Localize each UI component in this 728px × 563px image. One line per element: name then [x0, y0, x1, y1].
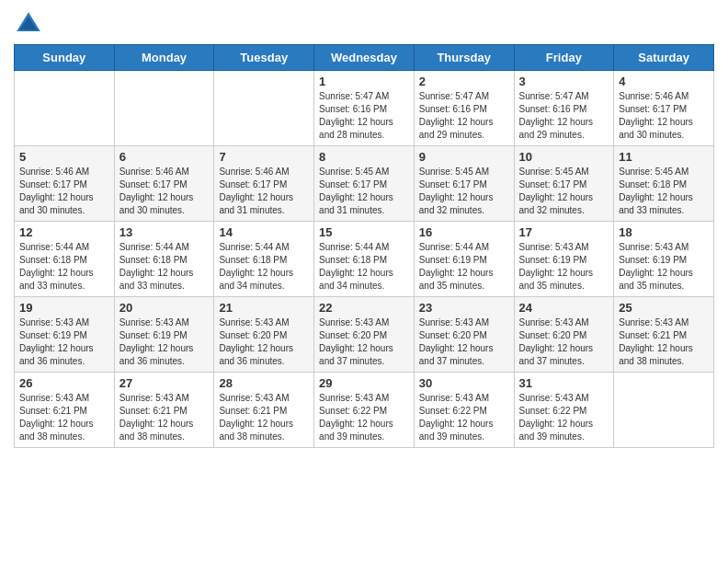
day-info: Sunrise: 5:43 AM Sunset: 6:21 PM Dayligh… — [119, 392, 210, 443]
day-cell: 26Sunrise: 5:43 AM Sunset: 6:21 PM Dayli… — [15, 373, 115, 448]
day-cell: 16Sunrise: 5:44 AM Sunset: 6:19 PM Dayli… — [414, 222, 514, 297]
day-cell: 15Sunrise: 5:44 AM Sunset: 6:18 PM Dayli… — [314, 222, 415, 297]
day-number: 4 — [619, 75, 709, 88]
week-row-3: 12Sunrise: 5:44 AM Sunset: 6:18 PM Dayli… — [15, 222, 714, 297]
day-cell: 11Sunrise: 5:45 AM Sunset: 6:18 PM Dayli… — [614, 146, 714, 222]
day-cell: 28Sunrise: 5:43 AM Sunset: 6:21 PM Dayli… — [214, 373, 314, 448]
day-number: 29 — [319, 376, 409, 390]
day-cell: 29Sunrise: 5:43 AM Sunset: 6:22 PM Dayli… — [314, 373, 415, 448]
day-number: 15 — [319, 225, 409, 239]
week-row-4: 19Sunrise: 5:43 AM Sunset: 6:19 PM Dayli… — [15, 297, 714, 373]
weekday-header-monday: Monday — [114, 45, 214, 71]
day-info: Sunrise: 5:47 AM Sunset: 6:16 PM Dayligh… — [319, 90, 409, 142]
day-info: Sunrise: 5:43 AM Sunset: 6:20 PM Dayligh… — [519, 316, 609, 368]
day-number: 21 — [219, 301, 309, 315]
day-cell: 3Sunrise: 5:47 AM Sunset: 6:16 PM Daylig… — [514, 71, 614, 146]
day-cell: 10Sunrise: 5:45 AM Sunset: 6:17 PM Dayli… — [514, 146, 614, 222]
day-cell: 27Sunrise: 5:43 AM Sunset: 6:21 PM Dayli… — [114, 373, 214, 448]
day-number: 22 — [319, 301, 409, 315]
day-cell: 6Sunrise: 5:46 AM Sunset: 6:17 PM Daylig… — [114, 146, 214, 222]
day-cell: 1Sunrise: 5:47 AM Sunset: 6:16 PM Daylig… — [314, 71, 415, 146]
weekday-header-row: SundayMondayTuesdayWednesdayThursdayFrid… — [15, 45, 714, 71]
day-cell: 17Sunrise: 5:43 AM Sunset: 6:19 PM Dayli… — [514, 222, 614, 297]
day-number: 31 — [519, 376, 609, 390]
day-info: Sunrise: 5:43 AM Sunset: 6:21 PM Dayligh… — [19, 392, 109, 443]
day-number: 18 — [619, 225, 709, 239]
day-info: Sunrise: 5:45 AM Sunset: 6:18 PM Dayligh… — [619, 166, 709, 217]
day-info: Sunrise: 5:43 AM Sunset: 6:22 PM Dayligh… — [519, 392, 609, 443]
day-cell: 31Sunrise: 5:43 AM Sunset: 6:22 PM Dayli… — [514, 373, 614, 448]
day-cell: 23Sunrise: 5:43 AM Sunset: 6:20 PM Dayli… — [414, 297, 514, 373]
day-number: 7 — [219, 150, 309, 164]
day-cell — [15, 71, 115, 146]
day-number: 26 — [19, 376, 109, 390]
day-number: 25 — [619, 301, 709, 315]
day-info: Sunrise: 5:43 AM Sunset: 6:20 PM Dayligh… — [219, 316, 309, 368]
day-cell: 2Sunrise: 5:47 AM Sunset: 6:16 PM Daylig… — [414, 71, 514, 146]
day-cell: 14Sunrise: 5:44 AM Sunset: 6:18 PM Dayli… — [214, 222, 314, 297]
calendar: SundayMondayTuesdayWednesdayThursdayFrid… — [14, 44, 714, 448]
day-info: Sunrise: 5:43 AM Sunset: 6:19 PM Dayligh… — [519, 241, 609, 293]
day-number: 14 — [219, 225, 309, 239]
day-cell: 30Sunrise: 5:43 AM Sunset: 6:22 PM Dayli… — [414, 373, 514, 448]
header — [14, 9, 714, 39]
day-info: Sunrise: 5:45 AM Sunset: 6:17 PM Dayligh… — [419, 166, 509, 217]
day-cell: 22Sunrise: 5:43 AM Sunset: 6:20 PM Dayli… — [314, 297, 415, 373]
day-cell: 9Sunrise: 5:45 AM Sunset: 6:17 PM Daylig… — [414, 146, 514, 222]
day-cell: 8Sunrise: 5:45 AM Sunset: 6:17 PM Daylig… — [314, 146, 415, 222]
day-cell: 13Sunrise: 5:44 AM Sunset: 6:18 PM Dayli… — [114, 222, 214, 297]
day-cell — [114, 71, 214, 146]
day-info: Sunrise: 5:43 AM Sunset: 6:21 PM Dayligh… — [219, 392, 309, 443]
day-number: 11 — [619, 150, 709, 164]
weekday-header-tuesday: Tuesday — [214, 45, 314, 71]
day-info: Sunrise: 5:45 AM Sunset: 6:17 PM Dayligh… — [519, 166, 609, 217]
day-info: Sunrise: 5:46 AM Sunset: 6:17 PM Dayligh… — [619, 90, 709, 142]
week-row-1: 1Sunrise: 5:47 AM Sunset: 6:16 PM Daylig… — [15, 71, 714, 146]
day-number: 8 — [319, 150, 409, 164]
day-info: Sunrise: 5:43 AM Sunset: 6:19 PM Dayligh… — [119, 316, 210, 368]
weekday-header-saturday: Saturday — [614, 45, 714, 71]
day-info: Sunrise: 5:43 AM Sunset: 6:21 PM Dayligh… — [619, 316, 709, 368]
day-info: Sunrise: 5:44 AM Sunset: 6:18 PM Dayligh… — [19, 241, 109, 293]
day-number: 1 — [319, 75, 409, 88]
day-cell — [214, 71, 314, 146]
day-cell: 12Sunrise: 5:44 AM Sunset: 6:18 PM Dayli… — [15, 222, 115, 297]
day-info: Sunrise: 5:43 AM Sunset: 6:20 PM Dayligh… — [419, 316, 509, 368]
weekday-header-friday: Friday — [514, 45, 614, 71]
day-info: Sunrise: 5:46 AM Sunset: 6:17 PM Dayligh… — [119, 166, 210, 217]
day-info: Sunrise: 5:45 AM Sunset: 6:17 PM Dayligh… — [319, 166, 409, 217]
day-cell: 5Sunrise: 5:46 AM Sunset: 6:17 PM Daylig… — [15, 146, 115, 222]
day-info: Sunrise: 5:47 AM Sunset: 6:16 PM Dayligh… — [519, 90, 609, 142]
week-row-2: 5Sunrise: 5:46 AM Sunset: 6:17 PM Daylig… — [15, 146, 714, 222]
day-number: 10 — [519, 150, 609, 164]
day-info: Sunrise: 5:43 AM Sunset: 6:19 PM Dayligh… — [19, 316, 109, 368]
day-number: 6 — [119, 150, 210, 164]
day-number: 13 — [119, 225, 210, 239]
day-number: 23 — [419, 301, 509, 315]
weekday-header-wednesday: Wednesday — [314, 45, 415, 71]
logo-icon — [14, 9, 43, 39]
day-info: Sunrise: 5:44 AM Sunset: 6:18 PM Dayligh… — [319, 241, 409, 293]
day-cell: 25Sunrise: 5:43 AM Sunset: 6:21 PM Dayli… — [614, 297, 714, 373]
day-number: 17 — [519, 225, 609, 239]
day-cell: 24Sunrise: 5:43 AM Sunset: 6:20 PM Dayli… — [514, 297, 614, 373]
day-cell: 19Sunrise: 5:43 AM Sunset: 6:19 PM Dayli… — [15, 297, 115, 373]
day-cell: 20Sunrise: 5:43 AM Sunset: 6:19 PM Dayli… — [114, 297, 214, 373]
day-number: 3 — [519, 75, 609, 88]
day-info: Sunrise: 5:43 AM Sunset: 6:22 PM Dayligh… — [319, 392, 409, 443]
day-cell: 7Sunrise: 5:46 AM Sunset: 6:17 PM Daylig… — [214, 146, 314, 222]
logo — [14, 9, 47, 39]
day-number: 12 — [19, 225, 109, 239]
day-info: Sunrise: 5:44 AM Sunset: 6:18 PM Dayligh… — [219, 241, 309, 293]
day-number: 28 — [219, 376, 309, 390]
day-number: 5 — [19, 150, 109, 164]
weekday-header-thursday: Thursday — [414, 45, 514, 71]
day-cell: 21Sunrise: 5:43 AM Sunset: 6:20 PM Dayli… — [214, 297, 314, 373]
day-number: 27 — [119, 376, 210, 390]
day-number: 2 — [419, 75, 509, 88]
day-info: Sunrise: 5:44 AM Sunset: 6:19 PM Dayligh… — [419, 241, 509, 293]
day-info: Sunrise: 5:43 AM Sunset: 6:19 PM Dayligh… — [619, 241, 709, 293]
day-number: 9 — [419, 150, 509, 164]
day-number: 24 — [519, 301, 609, 315]
day-number: 16 — [419, 225, 509, 239]
